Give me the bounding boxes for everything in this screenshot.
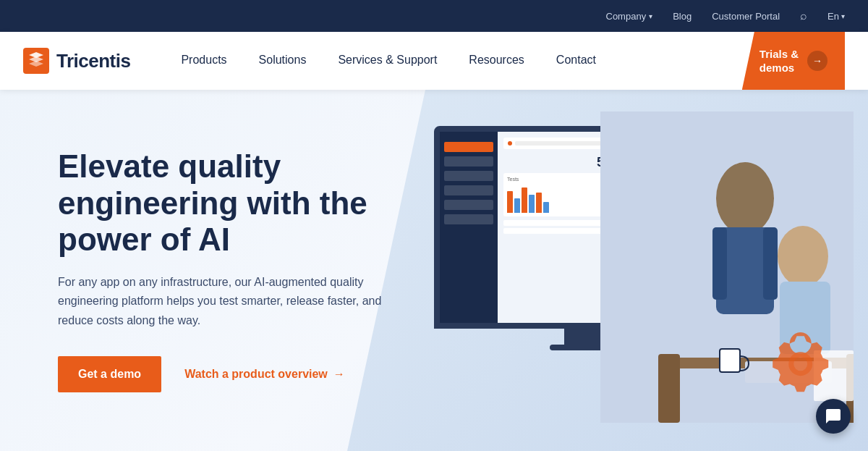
customer-portal-link[interactable]: Customer Portal xyxy=(712,11,780,22)
nav-services[interactable]: Services & Support xyxy=(322,32,453,90)
company-menu[interactable]: Company ▾ xyxy=(606,11,653,22)
get-demo-button[interactable]: Get a demo xyxy=(58,356,161,392)
tricentis-logo-icon xyxy=(23,48,49,74)
bar-1 xyxy=(507,191,513,213)
trials-btn-text: Trials & demos xyxy=(760,47,799,75)
lang-chevron-icon: ▾ xyxy=(841,12,845,20)
bar-6 xyxy=(543,202,549,213)
bar-2 xyxy=(514,198,520,213)
hero-section: Elevate quality engineering with the pow… xyxy=(0,90,868,451)
hero-subtitle: For any app on any infrastructure, our A… xyxy=(58,273,383,330)
trials-arrow-icon: → xyxy=(807,51,827,71)
svg-rect-12 xyxy=(658,354,680,423)
hero-image-area: 592 Tests xyxy=(434,111,854,444)
nav-products[interactable]: Products xyxy=(165,32,242,90)
top-bar: Company ▾ Blog Customer Portal ⌕ En ▾ xyxy=(0,0,868,32)
svg-point-5 xyxy=(716,162,774,235)
watch-arrow-icon: → xyxy=(333,368,345,381)
sidebar-item-3 xyxy=(444,171,493,181)
logo-text: Tricentis xyxy=(56,50,130,72)
nav-resources[interactable]: Resources xyxy=(453,32,540,90)
bar-chart-bars xyxy=(507,184,603,213)
bar-chart: Tests xyxy=(503,173,606,216)
sidebar-item-1 xyxy=(444,142,493,152)
nav-links: Products Solutions Services & Support Re… xyxy=(165,32,741,90)
company-label: Company xyxy=(606,11,647,22)
dashboard-sidebar xyxy=(440,132,498,323)
nav-contact[interactable]: Contact xyxy=(540,32,612,90)
svg-rect-15 xyxy=(720,349,740,372)
header-dot xyxy=(508,141,512,146)
search-icon[interactable]: ⌕ xyxy=(800,9,807,22)
bar-4 xyxy=(529,195,535,213)
blog-link[interactable]: Blog xyxy=(673,11,692,22)
trials-demos-button[interactable]: Trials & demos → xyxy=(742,32,845,90)
hero-content: Elevate quality engineering with the pow… xyxy=(58,148,434,392)
bar-5 xyxy=(536,193,542,213)
sidebar-item-5 xyxy=(444,200,493,210)
chat-support-button[interactable] xyxy=(816,399,851,434)
chat-icon xyxy=(825,408,842,425)
logo[interactable]: Tricentis xyxy=(23,48,130,74)
bar-3 xyxy=(522,187,527,213)
svg-point-9 xyxy=(778,226,828,287)
svg-rect-7 xyxy=(712,227,727,300)
gear-icon xyxy=(767,329,839,401)
main-nav: Tricentis Products Solutions Services & … xyxy=(0,32,868,90)
sidebar-item-4 xyxy=(444,185,493,195)
sidebar-item-6 xyxy=(444,214,493,224)
chart-label: Tests xyxy=(507,177,603,182)
hero-buttons: Get a demo Watch a product overview → xyxy=(58,356,434,392)
sidebar-item-2 xyxy=(444,156,493,167)
hero-title: Elevate quality engineering with the pow… xyxy=(58,148,434,258)
watch-overview-button[interactable]: Watch a product overview → xyxy=(184,368,345,381)
svg-rect-8 xyxy=(763,227,778,300)
nav-solutions[interactable]: Solutions xyxy=(243,32,323,90)
language-selector[interactable]: En ▾ xyxy=(827,11,845,22)
chevron-down-icon: ▾ xyxy=(649,12,652,20)
